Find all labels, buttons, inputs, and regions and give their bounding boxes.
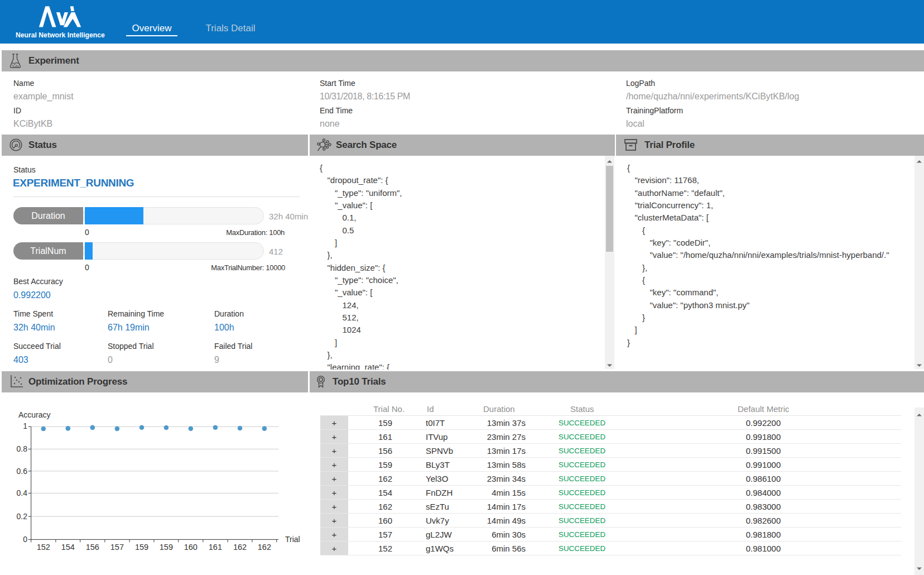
svg-text:159: 159 bbox=[160, 543, 173, 552]
svg-text:0: 0 bbox=[23, 535, 27, 544]
svg-text:0.4: 0.4 bbox=[17, 488, 28, 497]
svg-text:156: 156 bbox=[86, 543, 99, 552]
svg-text:160: 160 bbox=[184, 543, 198, 552]
svg-text:Trial: Trial bbox=[285, 535, 300, 544]
svg-text:162: 162 bbox=[233, 543, 247, 552]
svg-text:152: 152 bbox=[37, 543, 50, 552]
svg-text:Accuracy: Accuracy bbox=[18, 410, 51, 419]
svg-text:157: 157 bbox=[110, 543, 124, 552]
svg-text:154: 154 bbox=[61, 543, 75, 552]
svg-text:0.6: 0.6 bbox=[17, 467, 28, 476]
svg-text:0.2: 0.2 bbox=[17, 512, 28, 521]
svg-text:162: 162 bbox=[258, 543, 271, 552]
svg-text:0.8: 0.8 bbox=[17, 444, 28, 453]
svg-text:159: 159 bbox=[135, 543, 148, 552]
svg-text:161: 161 bbox=[209, 543, 222, 552]
svg-text:1: 1 bbox=[23, 421, 27, 430]
